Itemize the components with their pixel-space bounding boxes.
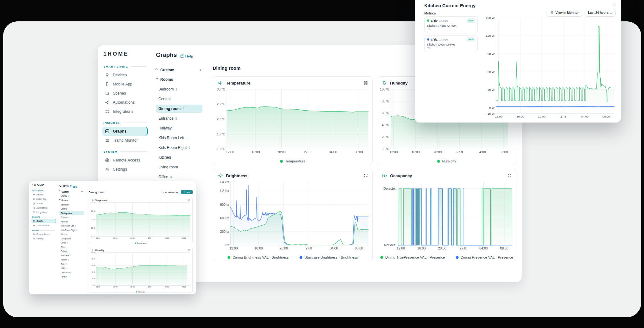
chart-legend: Dining TruePresence VAL - PresenceDining…: [377, 253, 516, 261]
mini-sidebar: 1HOME SMART LIVINGDevicesMobile AppScene…: [29, 181, 57, 294]
mini-temperature-chart: 12:0016:0020:0027.804:0008:0030 °C25 °C2…: [90, 202, 191, 241]
sidebar-item-traffic-monitor[interactable]: Traffic Monitor: [31, 223, 56, 227]
sidebar-item-settings[interactable]: Settings: [102, 165, 148, 174]
rooms-group-rooms[interactable]: Rooms: [156, 75, 202, 84]
room-item-toilet[interactable]: Toilet6: [59, 262, 84, 266]
room-item-energy[interactable]: Energy1: [59, 194, 84, 198]
room-item-kids-room-right[interactable]: Kids Room Right1: [156, 144, 202, 152]
room-count: 6: [66, 263, 67, 265]
room-count: 1: [189, 146, 190, 150]
room-count: 4: [183, 107, 184, 111]
rooms-group-custom[interactable]: Custom: [59, 190, 84, 194]
room-item-hallway[interactable]: Hallway: [156, 124, 202, 132]
room-item-entrance[interactable]: Entrance5: [156, 114, 202, 123]
room-item-testing[interactable]: Testing2: [59, 258, 84, 262]
expand-icon[interactable]: [364, 173, 368, 178]
svg-text:900 lx: 900 lx: [220, 203, 229, 206]
sidebar-item-remote-access[interactable]: Remote Access: [31, 232, 56, 236]
room-item-kids-room-right[interactable]: Kids Room Right1: [59, 228, 84, 232]
rooms-group-rooms[interactable]: Rooms: [59, 199, 84, 202]
add-custom-graph-button[interactable]: [199, 68, 202, 72]
sidebar-item-integrations[interactable]: Integrations: [31, 210, 56, 214]
svg-text:25 °C: 25 °C: [91, 210, 95, 212]
room-item-kids-room-left[interactable]: Kids Room Left1: [156, 134, 202, 142]
room-count: 4: [66, 267, 67, 269]
sidebar-item-scenes[interactable]: Scenes: [102, 89, 148, 98]
chevron-up-icon: [59, 190, 61, 192]
room-item-dining-room[interactable]: Dining room4: [59, 211, 84, 215]
expand-icon[interactable]: [188, 199, 190, 201]
add-custom-graph-button[interactable]: [80, 190, 84, 194]
help-link[interactable]: Help: [70, 185, 77, 187]
expand-icon[interactable]: [364, 81, 368, 85]
svg-text:Detecte..: Detecte..: [383, 187, 397, 190]
sidebar-item-devices[interactable]: Devices: [102, 71, 148, 79]
room-item-dining-room[interactable]: Dining room4: [156, 105, 202, 113]
time-range-select[interactable]: Last 24 hours: [161, 190, 179, 194]
sidebar-item-label: Integrations: [113, 109, 133, 114]
sidebar-item-label: Scenes: [36, 202, 43, 205]
metric-value: 14.056: [439, 19, 448, 22]
humidity-icon: [91, 249, 94, 251]
mini-nav: SMART LIVINGDevicesMobile AppScenesAutom…: [31, 190, 56, 241]
svg-text:80 %: 80 %: [91, 258, 95, 260]
card-title: Temperature: [95, 199, 107, 201]
sidebar-item-graphs[interactable]: Graphs: [31, 219, 56, 223]
room-item-utility[interactable]: Utility4: [59, 266, 84, 270]
room-item-outside[interactable]: Outside2: [59, 249, 84, 253]
room-item-bedroom[interactable]: Bedroom1: [59, 203, 84, 206]
metric-card[interactable]: 3/3/0 14.056 AVG Kitchen Fridge CPWR TP: [424, 16, 478, 33]
time-range-select[interactable]: Last 24 hours: [585, 9, 616, 17]
room-item-kids-room-left[interactable]: Kids Room Left1: [59, 224, 84, 228]
card-title: Occupancy: [390, 173, 412, 178]
sidebar-item-label: Settings: [36, 238, 44, 240]
sidebar-item-settings[interactable]: Settings: [31, 237, 56, 241]
room-item-other[interactable]: Other: [59, 245, 84, 249]
room-item-kitchen[interactable]: Kitchen: [59, 232, 84, 236]
sidebar-item-automations[interactable]: Automations: [102, 98, 148, 107]
rooms-group-custom[interactable]: Custom: [156, 66, 202, 74]
room-item-utility-room[interactable]: Utility room: [59, 271, 84, 274]
svg-text:1.4 klx: 1.4 klx: [219, 180, 229, 184]
svg-text:27.8: 27.8: [560, 115, 566, 118]
sidebar-item-mobile-app[interactable]: Mobile App: [31, 197, 56, 201]
room-item-office[interactable]: Office4: [156, 173, 202, 181]
sidebar-item-integrations[interactable]: Integrations: [102, 107, 148, 116]
sidebar-item-remote-access[interactable]: Remote Access: [102, 156, 148, 165]
occupancy-chart: 12:0016:0020:0027.804:0008:00Detecte..No…: [378, 180, 514, 253]
svg-text:20:00: 20:00: [538, 115, 546, 118]
expand-icon[interactable]: [188, 249, 190, 251]
svg-text:90 W: 90 W: [487, 52, 495, 56]
room-item-bedroom[interactable]: Bedroom1: [156, 85, 202, 93]
kitchen-energy-overlay: Kitchen Current Energy Metrics 3/3/0 14.…: [415, 0, 621, 123]
help-link[interactable]: Help: [180, 54, 193, 58]
add-graph-button[interactable]: Add: [181, 190, 193, 194]
sidebar-item-graphs[interactable]: Graphs: [102, 127, 148, 136]
expand-icon[interactable]: [507, 173, 512, 178]
view-in-monitor-button[interactable]: View in Monitor: [547, 9, 582, 17]
svg-text:25 °C: 25 °C: [217, 102, 225, 106]
sidebar-item-label: Remote Access: [113, 158, 140, 162]
nav-section-label: SYSTEM: [103, 150, 147, 153]
room-item-hallway[interactable]: Hallway: [59, 220, 84, 223]
metric-card[interactable]: 3/3/1 14.056 AVG Kitchen Oven CPWR TP: [424, 35, 478, 52]
room-item-entrance[interactable]: Entrance5: [59, 216, 84, 219]
legend-dot: [437, 160, 440, 163]
room-count: 2: [69, 250, 69, 252]
room-item-central[interactable]: Central: [156, 95, 202, 103]
room-item-central[interactable]: Central: [59, 207, 84, 211]
close-icon[interactable]: [612, 3, 616, 7]
sidebar-item-automations[interactable]: Automations: [31, 206, 56, 210]
svg-text:30 °C: 30 °C: [91, 202, 95, 203]
mini-temperature-card: Temperature 12:0016:0020:0027.804:0008:0…: [89, 197, 193, 244]
room-item-office[interactable]: Office4: [59, 241, 84, 245]
sidebar-item-scenes[interactable]: Scenes: [31, 201, 56, 205]
room-item-living-room[interactable]: Living room: [59, 237, 84, 240]
room-item-living-room[interactable]: Living room: [156, 163, 202, 171]
sidebar-item-mobile-app[interactable]: Mobile App: [102, 80, 148, 89]
sidebar-item-traffic-monitor[interactable]: Traffic Monitor: [102, 136, 148, 145]
room-item-kitchen[interactable]: Kitchen: [156, 153, 202, 161]
sidebar-item-devices[interactable]: Devices: [31, 193, 56, 197]
room-item-default[interactable]: Default: [59, 275, 84, 279]
room-item-staircase[interactable]: Staircase2: [59, 254, 84, 257]
